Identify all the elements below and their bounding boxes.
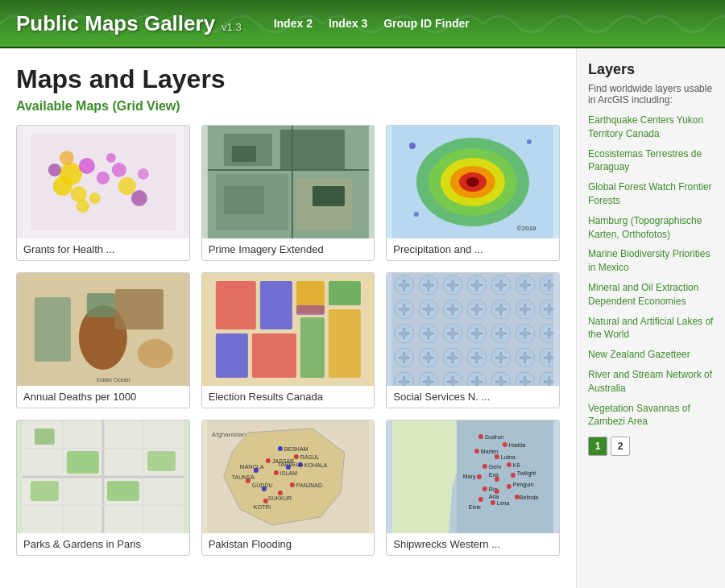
- version-text: v1.3: [222, 21, 242, 33]
- svg-point-13: [138, 168, 149, 180]
- svg-rect-60: [392, 273, 553, 386]
- map-card-deaths[interactable]: Indian Ocean Annual Deaths per 1000: [16, 272, 190, 408]
- svg-rect-73: [35, 429, 55, 445]
- map-card-pakistan[interactable]: Afghanistan BESHAM RASUL JASSAR MANGLA: [201, 420, 375, 556]
- map-thumb-prime: [202, 126, 375, 238]
- header: Public Maps Gallery v1.3 Index 2 Index 3…: [0, 0, 725, 48]
- nav-index2[interactable]: Index 2: [274, 17, 313, 30]
- svg-point-77: [277, 446, 282, 451]
- page-btn-2[interactable]: 2: [611, 437, 630, 456]
- svg-rect-51: [215, 333, 247, 378]
- sidebar-title: Layers: [588, 61, 714, 78]
- map-card-prime[interactable]: Prime Imagery Extended: [201, 125, 375, 261]
- svg-point-36: [527, 139, 532, 144]
- svg-rect-53: [300, 317, 324, 378]
- sidebar-link-4[interactable]: Marine Biodiversity Priorities in Mexico: [588, 247, 714, 275]
- sidebar-link-7[interactable]: New Zealand Gazetteer: [588, 348, 714, 362]
- map-card-parks[interactable]: Parks & Gardens in Paris: [16, 420, 190, 556]
- svg-text:PANJNAD: PANJNAD: [296, 482, 321, 488]
- svg-point-114: [507, 462, 512, 467]
- sidebar: Layers Find worldwide layers usable in A…: [576, 48, 725, 588]
- sidebar-link-0[interactable]: Earthquake Centers Yukon Territory Canad…: [588, 114, 714, 141]
- svg-point-130: [478, 497, 483, 502]
- map-label-social: Social Services N. ...: [387, 386, 559, 408]
- map-thumb-parks: [17, 420, 189, 533]
- svg-point-106: [503, 442, 508, 447]
- map-card-grants[interactable]: Grants for Health ...: [16, 125, 190, 261]
- svg-point-7: [112, 163, 126, 177]
- svg-text:Gudrun: Gudrun: [485, 434, 503, 440]
- svg-point-93: [289, 482, 294, 487]
- sidebar-link-3[interactable]: Hamburg (Topographische Karten, Orthofot…: [588, 214, 714, 242]
- svg-point-44: [138, 339, 173, 368]
- svg-text:BESHAM: BESHAM: [284, 446, 308, 452]
- svg-point-124: [483, 487, 487, 491]
- svg-point-3: [79, 158, 95, 174]
- map-thumb-shipwrecks: Gudrun Hadda Marten Lubra Gem K8 Mary: [387, 420, 559, 533]
- svg-text:Mary: Mary: [463, 474, 476, 480]
- svg-text:GUDDU: GUDDU: [251, 482, 272, 488]
- svg-point-6: [71, 186, 87, 202]
- svg-rect-47: [215, 281, 255, 329]
- svg-rect-72: [147, 451, 176, 471]
- map-thumb-deaths: Indian Ocean: [17, 273, 189, 386]
- sidebar-link-8[interactable]: River and Stream Network of Australia: [588, 368, 714, 395]
- maps-grid: Grants for Health ...: [16, 125, 560, 556]
- svg-text:Afghanistan: Afghanistan: [211, 431, 245, 438]
- svg-point-5: [97, 172, 110, 184]
- svg-text:MANGLA: MANGLA: [239, 464, 263, 470]
- svg-rect-23: [288, 138, 328, 162]
- svg-point-37: [414, 212, 419, 217]
- map-thumb-social: [387, 273, 559, 386]
- title-text: Public Maps Gallery: [16, 11, 215, 36]
- map-card-precip[interactable]: ©2019 Precipitation and ...: [386, 125, 560, 261]
- svg-text:Marten: Marten: [481, 449, 499, 454]
- sidebar-link-6[interactable]: Natural and Artificial Lakes of the Worl…: [588, 315, 714, 342]
- svg-text:Indian Ocean: Indian Ocean: [97, 377, 130, 383]
- svg-text:Ada: Ada: [489, 494, 499, 499]
- pagination: 1 2: [588, 437, 714, 456]
- map-card-election[interactable]: Election Results Canada: [201, 272, 375, 408]
- svg-point-35: [409, 143, 416, 149]
- map-card-social[interactable]: Social Services N. ...: [386, 272, 560, 408]
- svg-text:©2019: ©2019: [517, 225, 536, 232]
- svg-text:SUKKUR: SUKKUR: [267, 495, 291, 501]
- svg-rect-52: [251, 333, 296, 378]
- page-btn-1[interactable]: 1: [588, 437, 607, 456]
- map-card-shipwrecks[interactable]: Gudrun Hadda Marten Lubra Gem K8 Mary: [386, 420, 560, 556]
- map-label-parks: Parks & Gardens in Paris: [17, 533, 189, 555]
- svg-point-4: [53, 176, 72, 196]
- map-label-grants: Grants for Health ...: [17, 238, 189, 260]
- svg-rect-55: [296, 305, 324, 315]
- section-title: Available Maps (Grid View): [16, 99, 560, 114]
- svg-text:Penguin: Penguin: [513, 482, 534, 488]
- sidebar-subtitle: Find worldwide layers usable in ArcGIS i…: [588, 83, 714, 106]
- sidebar-link-5[interactable]: Mineral and Oil Extraction Dependent Eco…: [588, 281, 714, 308]
- map-thumb-grants: [17, 126, 189, 238]
- svg-point-81: [265, 458, 270, 463]
- svg-rect-48: [259, 281, 292, 329]
- svg-point-9: [48, 164, 61, 176]
- sidebar-link-9[interactable]: Vegetation Savannas of Zambezi Area: [588, 402, 714, 429]
- map-label-election: Election Results Canada: [202, 386, 375, 408]
- nav-index3[interactable]: Index 3: [329, 17, 367, 30]
- svg-point-110: [495, 454, 499, 459]
- svg-rect-69: [67, 451, 99, 474]
- svg-text:K8: K8: [513, 462, 520, 468]
- header-nav: Index 2 Index 3 Group ID Finder: [274, 17, 470, 30]
- page-title: Maps and Layers: [16, 64, 560, 94]
- sidebar-link-1[interactable]: Ecosistemas Terrestres de Paraguay: [588, 147, 714, 175]
- map-thumb-pakistan: Afghanistan BESHAM RASUL JASSAR MANGLA: [202, 420, 375, 533]
- svg-text:KOTRI: KOTRI: [253, 504, 270, 510]
- svg-rect-54: [328, 309, 360, 378]
- svg-rect-71: [31, 481, 59, 501]
- nav-group-id[interactable]: Group ID Finder: [383, 17, 470, 30]
- svg-text:Lena: Lena: [497, 500, 510, 506]
- svg-point-79: [293, 454, 298, 459]
- svg-rect-22: [231, 146, 255, 162]
- svg-point-104: [478, 434, 483, 439]
- svg-point-8: [89, 193, 101, 204]
- sidebar-link-2[interactable]: Global Forest Watch Frontier Forests: [588, 180, 714, 208]
- svg-point-116: [477, 474, 482, 479]
- content-area: Maps and Layers Available Maps (Grid Vie…: [0, 48, 576, 588]
